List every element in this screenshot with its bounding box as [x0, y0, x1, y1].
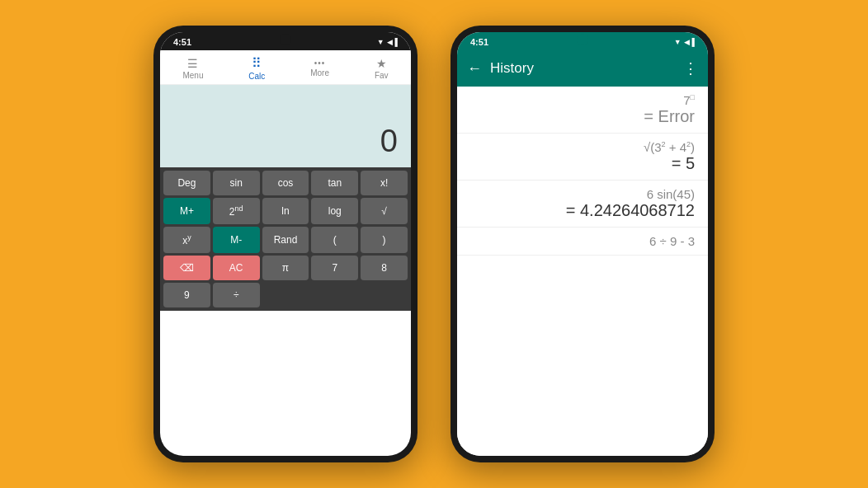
- history-result-3: = 4.24264068712: [566, 201, 695, 220]
- btn-xy[interactable]: xy: [163, 227, 210, 253]
- calculator-phone: 4:51 ▼ ◀▐ ☰ Menu ⠿ Calc ••• More ★ F: [153, 26, 417, 462]
- history-header: ← History ⋮: [457, 50, 708, 87]
- btn-ln[interactable]: ln: [262, 198, 309, 224]
- calc-buttons: Deg sin cos tan x! M+ 2nd ln log √ xy M-…: [160, 167, 411, 311]
- nav-label-fav: Fav: [375, 71, 389, 80]
- btn-m-plus[interactable]: M+: [163, 198, 210, 224]
- history-result-2: = 5: [672, 154, 695, 173]
- nav-label-calc: Calc: [248, 72, 265, 81]
- nav-item-calc[interactable]: ⠿ Calc: [248, 55, 265, 81]
- btn-sqrt[interactable]: √: [361, 198, 408, 224]
- calc-display: 0: [160, 85, 411, 167]
- history-item-3: 6 sin(45) = 4.24264068712: [457, 181, 708, 228]
- history-expr-3: 6 sin(45): [647, 187, 695, 201]
- history-expr-2: √(32 + 42): [644, 140, 695, 154]
- history-item-4: 6 ÷ 9 - 3: [457, 228, 708, 256]
- history-time: 4:51: [470, 37, 488, 47]
- calc-nav: ☰ Menu ⠿ Calc ••• More ★ Fav: [160, 50, 411, 85]
- calc-camera-notch: [280, 34, 291, 45]
- calc-wifi-icon: ▼: [377, 38, 384, 46]
- btn-8[interactable]: 8: [361, 256, 408, 280]
- btn-7[interactable]: 7: [311, 256, 358, 280]
- btn-pi[interactable]: π: [262, 256, 309, 280]
- calc-icon: ⠿: [252, 55, 262, 71]
- history-camera-notch: [577, 34, 588, 45]
- btn-m-minus[interactable]: M-: [213, 227, 260, 253]
- btn-log[interactable]: log: [311, 198, 358, 224]
- calc-status-icons: ▼ ◀▐: [377, 38, 398, 46]
- btn-ac[interactable]: AC: [213, 256, 260, 280]
- more-menu-button[interactable]: ⋮: [683, 59, 698, 77]
- btn-sin[interactable]: sin: [213, 171, 260, 195]
- btn-open-paren[interactable]: (: [311, 227, 358, 253]
- history-result-1: = Error: [644, 107, 695, 126]
- btn-rand[interactable]: Rand: [262, 227, 309, 253]
- history-title: History: [490, 60, 675, 77]
- calc-signal-icon: ◀▐: [387, 38, 398, 46]
- nav-item-menu[interactable]: ☰ Menu: [182, 57, 203, 80]
- menu-icon: ☰: [187, 57, 198, 70]
- btn-cos[interactable]: cos: [262, 171, 309, 195]
- history-signal-icon: ◀▐: [684, 38, 695, 46]
- nav-item-fav[interactable]: ★ Fav: [375, 57, 389, 80]
- more-icon: •••: [314, 59, 326, 68]
- nav-label-more: More: [310, 68, 329, 77]
- history-item-1: 7□ = Error: [457, 87, 708, 134]
- btn-close-paren[interactable]: ): [361, 227, 408, 253]
- calc-time: 4:51: [173, 37, 191, 47]
- back-button[interactable]: ←: [467, 60, 482, 77]
- btn-9[interactable]: 9: [163, 283, 210, 307]
- history-wifi-icon: ▼: [674, 38, 682, 46]
- btn-divide[interactable]: ÷: [213, 283, 260, 307]
- btn-factorial[interactable]: x!: [361, 171, 408, 195]
- nav-label-menu: Menu: [182, 71, 203, 80]
- history-status-icons: ▼ ◀▐: [674, 38, 695, 46]
- history-expr-4: 6 ÷ 9 - 3: [649, 234, 695, 248]
- history-item-2: √(32 + 42) = 5: [457, 134, 708, 181]
- btn-deg[interactable]: Deg: [163, 171, 210, 195]
- nav-item-more[interactable]: ••• More: [310, 59, 329, 77]
- btn-2nd[interactable]: 2nd: [213, 198, 260, 224]
- history-expr-1: 7□: [683, 93, 695, 107]
- btn-backspace[interactable]: ⌫: [163, 256, 210, 280]
- fav-icon: ★: [376, 57, 387, 70]
- history-phone: 4:51 ▼ ◀▐ ← History ⋮ 7□ = Error √(32 + …: [451, 26, 715, 462]
- display-value: 0: [380, 124, 398, 159]
- btn-tan[interactable]: tan: [311, 171, 358, 195]
- history-content: 7□ = Error √(32 + 42) = 5 6 sin(45) = 4.…: [457, 87, 708, 456]
